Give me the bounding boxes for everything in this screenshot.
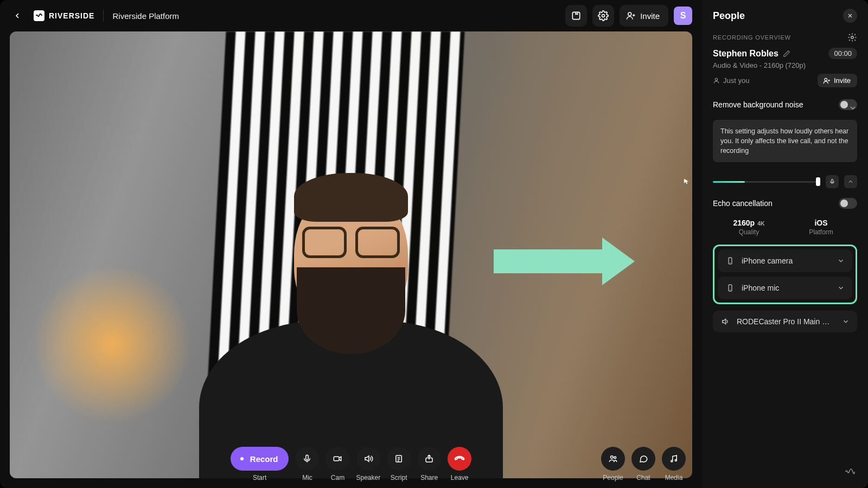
section-collapse-button[interactable] (848, 104, 857, 112)
phone-icon (725, 256, 735, 266)
participant-name: Stephen Robles (713, 49, 778, 59)
invite-button[interactable]: Invite (620, 5, 668, 27)
people-sidebar: People RECORDING OVERVIEW Stephen Robles… (702, 0, 868, 488)
script-button[interactable] (387, 447, 411, 471)
invite-icon (626, 11, 636, 21)
chevron-down-icon (837, 257, 845, 265)
mic-selector[interactable]: iPhone mic (718, 277, 852, 299)
topbar: RIVERSIDE Riverside Platform Invite S (0, 0, 702, 31)
record-button[interactable]: Record (231, 447, 289, 471)
chevron-down-icon (837, 284, 845, 292)
quality-value: 2160p (733, 219, 755, 227)
invite-label: Invite (640, 11, 660, 21)
phone-icon (725, 283, 735, 293)
speaker-selector[interactable]: RODECaster Pro II Main M… (713, 311, 857, 332)
volume-slider[interactable] (713, 181, 820, 183)
svg-rect-3 (306, 455, 309, 460)
svg-point-2 (628, 12, 631, 16)
volume-tooltip: This setting adjusts how loudly others h… (713, 120, 857, 162)
svg-point-8 (614, 457, 616, 459)
logo[interactable]: RIVERSIDE (34, 10, 94, 21)
platform-value: iOS (814, 219, 827, 227)
back-button[interactable] (10, 8, 25, 23)
mic-level-icon[interactable] (826, 175, 839, 188)
echo-label: Echo cancellation (713, 199, 773, 208)
logo-mark-icon (34, 10, 44, 21)
overview-label: RECORDING OVERVIEW (713, 34, 791, 41)
edit-name-button[interactable] (783, 50, 790, 57)
svg-point-12 (715, 78, 717, 80)
brand-name: RIVERSIDE (49, 11, 94, 20)
remove-noise-label: Remove background noise (713, 100, 803, 109)
people-button[interactable] (601, 447, 625, 471)
person-icon (713, 77, 720, 84)
svg-rect-14 (832, 179, 833, 183)
speaker-icon (720, 317, 730, 326)
svg-point-13 (825, 78, 827, 81)
notes-button[interactable] (565, 5, 587, 27)
mic-button[interactable] (295, 447, 319, 471)
chevron-down-icon (842, 318, 850, 325)
record-sublabel: Start (253, 474, 266, 481)
svg-point-11 (851, 36, 854, 39)
media-button[interactable] (662, 447, 686, 471)
sidebar-title: People (713, 10, 745, 22)
svg-point-1 (602, 15, 605, 17)
svg-point-9 (671, 460, 673, 462)
overview-settings-button[interactable] (847, 33, 857, 42)
svg-rect-15 (729, 258, 732, 265)
highlighted-devices: iPhone camera iPhone mic (713, 245, 857, 304)
recording-timer: 00:00 (828, 48, 857, 59)
settings-button[interactable] (592, 5, 614, 27)
echo-toggle[interactable] (839, 198, 857, 209)
leave-button[interactable] (448, 447, 471, 471)
divider (103, 10, 104, 22)
platform-sublabel: Platform (785, 228, 857, 236)
quality-line: Audio & Video - 2160p (720p) (713, 61, 857, 69)
record-icon (238, 455, 246, 463)
svg-point-7 (611, 456, 614, 459)
invite-small-button[interactable]: Invite (818, 74, 857, 87)
chat-button[interactable] (631, 447, 655, 471)
share-button[interactable] (417, 447, 441, 471)
speaker-button[interactable] (356, 447, 380, 471)
collapse-up-button[interactable] (844, 175, 857, 188)
waveform-icon (843, 466, 857, 477)
quality-badge: 4K (757, 220, 764, 227)
svg-point-10 (675, 460, 676, 461)
just-you-label: Just you (723, 76, 749, 85)
quality-sublabel: Quality (713, 228, 785, 236)
cam-button[interactable] (326, 447, 349, 471)
annotation-arrow (494, 249, 602, 273)
avatar[interactable]: S (674, 7, 692, 25)
record-label: Record (250, 454, 278, 464)
platform-name: Riverside Platform (112, 11, 179, 21)
camera-selector[interactable]: iPhone camera (718, 249, 852, 272)
close-sidebar-button[interactable] (843, 9, 857, 23)
svg-rect-4 (334, 457, 340, 461)
